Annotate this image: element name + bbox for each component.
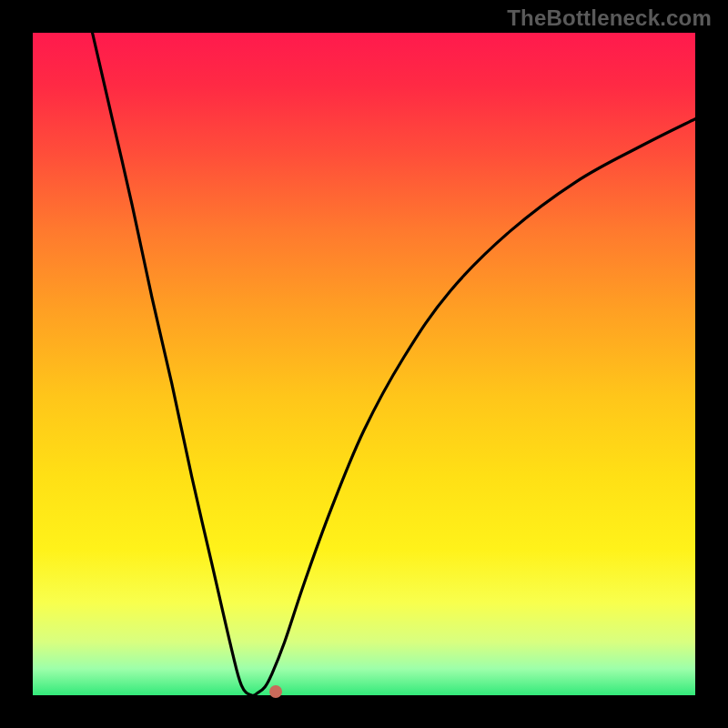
chart-frame: TheBottleneck.com: [0, 0, 728, 728]
watermark-text: TheBottleneck.com: [507, 5, 712, 31]
plot-background-gradient: [33, 33, 695, 695]
